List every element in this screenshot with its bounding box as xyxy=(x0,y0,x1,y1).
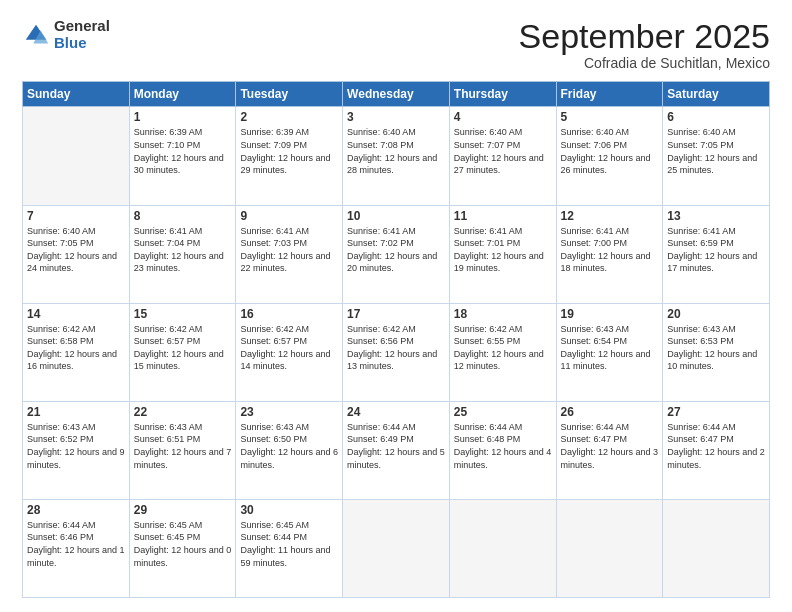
day-header-saturday: Saturday xyxy=(663,82,770,107)
day-number: 3 xyxy=(347,110,445,124)
logo-text: General Blue xyxy=(54,18,110,51)
day-info: Sunrise: 6:39 AMSunset: 7:09 PMDaylight:… xyxy=(240,126,338,176)
day-number: 21 xyxy=(27,405,125,419)
calendar-cell: 6Sunrise: 6:40 AMSunset: 7:05 PMDaylight… xyxy=(663,107,770,205)
calendar-cell: 25Sunrise: 6:44 AMSunset: 6:48 PMDayligh… xyxy=(449,401,556,499)
day-number: 17 xyxy=(347,307,445,321)
day-number: 26 xyxy=(561,405,659,419)
calendar-cell: 22Sunrise: 6:43 AMSunset: 6:51 PMDayligh… xyxy=(129,401,236,499)
calendar-cell: 15Sunrise: 6:42 AMSunset: 6:57 PMDayligh… xyxy=(129,303,236,401)
calendar-cell xyxy=(663,499,770,597)
day-header-wednesday: Wednesday xyxy=(343,82,450,107)
day-header-monday: Monday xyxy=(129,82,236,107)
calendar-cell: 28Sunrise: 6:44 AMSunset: 6:46 PMDayligh… xyxy=(23,499,130,597)
calendar-cell: 13Sunrise: 6:41 AMSunset: 6:59 PMDayligh… xyxy=(663,205,770,303)
day-info: Sunrise: 6:41 AMSunset: 7:01 PMDaylight:… xyxy=(454,225,552,275)
calendar-body: 1Sunrise: 6:39 AMSunset: 7:10 PMDaylight… xyxy=(23,107,770,598)
day-number: 28 xyxy=(27,503,125,517)
day-info: Sunrise: 6:41 AMSunset: 6:59 PMDaylight:… xyxy=(667,225,765,275)
day-info: Sunrise: 6:44 AMSunset: 6:47 PMDaylight:… xyxy=(561,421,659,471)
day-info: Sunrise: 6:42 AMSunset: 6:58 PMDaylight:… xyxy=(27,323,125,373)
header: General Blue September 2025 Cofradia de … xyxy=(22,18,770,71)
day-number: 20 xyxy=(667,307,765,321)
calendar-cell: 26Sunrise: 6:44 AMSunset: 6:47 PMDayligh… xyxy=(556,401,663,499)
calendar-cell: 11Sunrise: 6:41 AMSunset: 7:01 PMDayligh… xyxy=(449,205,556,303)
calendar-cell: 10Sunrise: 6:41 AMSunset: 7:02 PMDayligh… xyxy=(343,205,450,303)
day-header-friday: Friday xyxy=(556,82,663,107)
calendar-cell: 17Sunrise: 6:42 AMSunset: 6:56 PMDayligh… xyxy=(343,303,450,401)
logo-blue: Blue xyxy=(54,35,110,52)
calendar-cell: 12Sunrise: 6:41 AMSunset: 7:00 PMDayligh… xyxy=(556,205,663,303)
page: General Blue September 2025 Cofradia de … xyxy=(0,0,792,612)
day-info: Sunrise: 6:40 AMSunset: 7:06 PMDaylight:… xyxy=(561,126,659,176)
day-number: 24 xyxy=(347,405,445,419)
calendar-cell xyxy=(556,499,663,597)
day-info: Sunrise: 6:43 AMSunset: 6:51 PMDaylight:… xyxy=(134,421,232,471)
calendar-cell: 30Sunrise: 6:45 AMSunset: 6:44 PMDayligh… xyxy=(236,499,343,597)
logo-general: General xyxy=(54,18,110,35)
calendar: SundayMondayTuesdayWednesdayThursdayFrid… xyxy=(22,81,770,598)
calendar-cell: 27Sunrise: 6:44 AMSunset: 6:47 PMDayligh… xyxy=(663,401,770,499)
calendar-cell: 16Sunrise: 6:42 AMSunset: 6:57 PMDayligh… xyxy=(236,303,343,401)
week-row-3: 21Sunrise: 6:43 AMSunset: 6:52 PMDayligh… xyxy=(23,401,770,499)
day-info: Sunrise: 6:41 AMSunset: 7:02 PMDaylight:… xyxy=(347,225,445,275)
day-number: 15 xyxy=(134,307,232,321)
calendar-cell: 19Sunrise: 6:43 AMSunset: 6:54 PMDayligh… xyxy=(556,303,663,401)
day-number: 29 xyxy=(134,503,232,517)
day-info: Sunrise: 6:40 AMSunset: 7:07 PMDaylight:… xyxy=(454,126,552,176)
week-row-2: 14Sunrise: 6:42 AMSunset: 6:58 PMDayligh… xyxy=(23,303,770,401)
day-info: Sunrise: 6:43 AMSunset: 6:54 PMDaylight:… xyxy=(561,323,659,373)
calendar-cell xyxy=(449,499,556,597)
day-number: 19 xyxy=(561,307,659,321)
day-info: Sunrise: 6:44 AMSunset: 6:47 PMDaylight:… xyxy=(667,421,765,471)
day-info: Sunrise: 6:41 AMSunset: 7:00 PMDaylight:… xyxy=(561,225,659,275)
day-info: Sunrise: 6:44 AMSunset: 6:46 PMDaylight:… xyxy=(27,519,125,569)
calendar-cell: 20Sunrise: 6:43 AMSunset: 6:53 PMDayligh… xyxy=(663,303,770,401)
calendar-cell: 24Sunrise: 6:44 AMSunset: 6:49 PMDayligh… xyxy=(343,401,450,499)
calendar-cell: 5Sunrise: 6:40 AMSunset: 7:06 PMDaylight… xyxy=(556,107,663,205)
day-number: 14 xyxy=(27,307,125,321)
day-header-thursday: Thursday xyxy=(449,82,556,107)
location-subtitle: Cofradia de Suchitlan, Mexico xyxy=(519,55,770,71)
month-title: September 2025 xyxy=(519,18,770,55)
calendar-cell: 4Sunrise: 6:40 AMSunset: 7:07 PMDaylight… xyxy=(449,107,556,205)
day-number: 9 xyxy=(240,209,338,223)
day-number: 8 xyxy=(134,209,232,223)
calendar-cell: 3Sunrise: 6:40 AMSunset: 7:08 PMDaylight… xyxy=(343,107,450,205)
day-info: Sunrise: 6:45 AMSunset: 6:45 PMDaylight:… xyxy=(134,519,232,569)
logo-icon xyxy=(22,21,50,49)
calendar-cell: 2Sunrise: 6:39 AMSunset: 7:09 PMDaylight… xyxy=(236,107,343,205)
day-info: Sunrise: 6:44 AMSunset: 6:49 PMDaylight:… xyxy=(347,421,445,471)
week-row-1: 7Sunrise: 6:40 AMSunset: 7:05 PMDaylight… xyxy=(23,205,770,303)
day-info: Sunrise: 6:42 AMSunset: 6:57 PMDaylight:… xyxy=(240,323,338,373)
calendar-cell: 14Sunrise: 6:42 AMSunset: 6:58 PMDayligh… xyxy=(23,303,130,401)
calendar-cell: 7Sunrise: 6:40 AMSunset: 7:05 PMDaylight… xyxy=(23,205,130,303)
day-info: Sunrise: 6:41 AMSunset: 7:04 PMDaylight:… xyxy=(134,225,232,275)
day-info: Sunrise: 6:42 AMSunset: 6:55 PMDaylight:… xyxy=(454,323,552,373)
day-info: Sunrise: 6:42 AMSunset: 6:56 PMDaylight:… xyxy=(347,323,445,373)
day-info: Sunrise: 6:40 AMSunset: 7:08 PMDaylight:… xyxy=(347,126,445,176)
week-row-0: 1Sunrise: 6:39 AMSunset: 7:10 PMDaylight… xyxy=(23,107,770,205)
day-info: Sunrise: 6:43 AMSunset: 6:53 PMDaylight:… xyxy=(667,323,765,373)
day-number: 2 xyxy=(240,110,338,124)
day-number: 11 xyxy=(454,209,552,223)
day-info: Sunrise: 6:39 AMSunset: 7:10 PMDaylight:… xyxy=(134,126,232,176)
day-number: 10 xyxy=(347,209,445,223)
header-row: SundayMondayTuesdayWednesdayThursdayFrid… xyxy=(23,82,770,107)
calendar-header: SundayMondayTuesdayWednesdayThursdayFrid… xyxy=(23,82,770,107)
calendar-cell: 21Sunrise: 6:43 AMSunset: 6:52 PMDayligh… xyxy=(23,401,130,499)
day-info: Sunrise: 6:43 AMSunset: 6:50 PMDaylight:… xyxy=(240,421,338,471)
day-info: Sunrise: 6:43 AMSunset: 6:52 PMDaylight:… xyxy=(27,421,125,471)
day-header-tuesday: Tuesday xyxy=(236,82,343,107)
title-block: September 2025 Cofradia de Suchitlan, Me… xyxy=(519,18,770,71)
day-header-sunday: Sunday xyxy=(23,82,130,107)
day-number: 30 xyxy=(240,503,338,517)
day-info: Sunrise: 6:44 AMSunset: 6:48 PMDaylight:… xyxy=(454,421,552,471)
week-row-4: 28Sunrise: 6:44 AMSunset: 6:46 PMDayligh… xyxy=(23,499,770,597)
day-info: Sunrise: 6:42 AMSunset: 6:57 PMDaylight:… xyxy=(134,323,232,373)
calendar-cell xyxy=(343,499,450,597)
calendar-cell: 9Sunrise: 6:41 AMSunset: 7:03 PMDaylight… xyxy=(236,205,343,303)
day-number: 13 xyxy=(667,209,765,223)
day-info: Sunrise: 6:40 AMSunset: 7:05 PMDaylight:… xyxy=(27,225,125,275)
day-info: Sunrise: 6:40 AMSunset: 7:05 PMDaylight:… xyxy=(667,126,765,176)
